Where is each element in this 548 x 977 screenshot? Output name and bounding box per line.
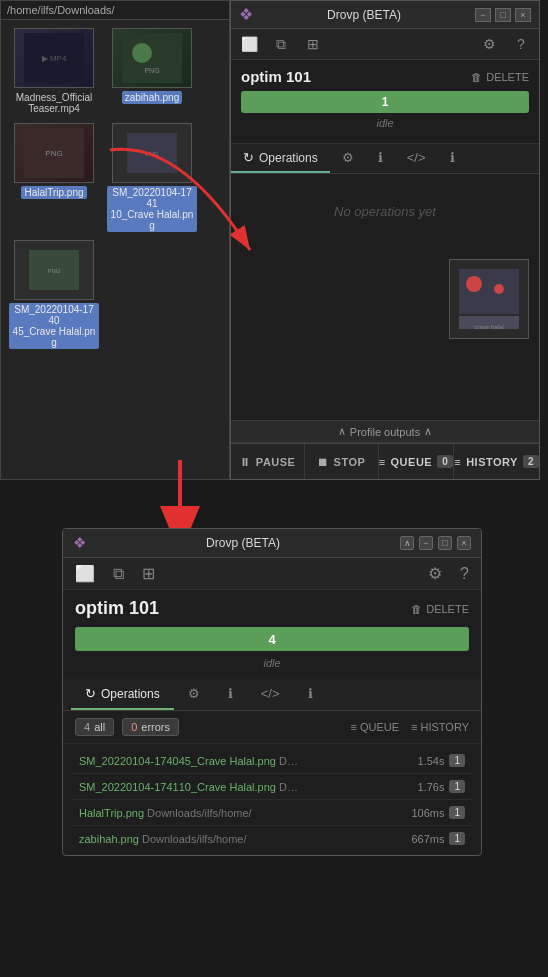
empty-ops-message: No operations yet: [231, 174, 539, 249]
progress-bar: 1: [241, 91, 529, 113]
operations-list: SM_20220104-174045_Crave Halal.png D… 1.…: [63, 744, 481, 855]
bottom-logo-icon: ❖: [73, 534, 86, 552]
op-path: D…: [279, 755, 298, 767]
bottom-minimize-button[interactable]: ∧: [400, 536, 414, 550]
table-row[interactable]: zabihah.png Downloads/ilfs/home/ 667ms 1: [71, 826, 473, 851]
tab-info[interactable]: ℹ: [366, 144, 395, 173]
svg-text:▶ MP4: ▶ MP4: [42, 54, 67, 63]
filter-row: 4 all 0 errors ≡ QUEUE ≡ HISTORY: [63, 711, 481, 744]
table-row[interactable]: HalalTrip.png Downloads/ilfs/home/ 106ms…: [71, 800, 473, 826]
stop-icon: ⏹: [317, 456, 329, 468]
drovp-window-top: ❖ Drovp (BETA) − □ × ⬜ ⧉ ⊞ ⚙ ? optim 101…: [230, 0, 540, 480]
filter-errors-pill[interactable]: 0 errors: [122, 718, 179, 736]
queue-filter-button[interactable]: ≡ QUEUE: [351, 721, 400, 733]
capture-icon[interactable]: ⬜: [239, 34, 259, 54]
tab-operations[interactable]: ↻ Operations: [231, 144, 330, 173]
list-item[interactable]: PNG HalalTrip.png: [9, 123, 99, 232]
history-button[interactable]: ≡ HISTORY 2: [454, 444, 539, 479]
minimize-button[interactable]: −: [475, 8, 491, 22]
maximize-button[interactable]: □: [495, 8, 511, 22]
bottom-window-title: Drovp (BETA): [86, 536, 400, 550]
window-title: Drovp (BETA): [253, 8, 475, 22]
bottom-plugin-name: optim 101: [75, 598, 159, 619]
file-name: zabihah.png: [122, 91, 183, 104]
bottom-settings-icon[interactable]: ⚙: [428, 564, 442, 583]
pause-button[interactable]: ⏸ PAUSE: [231, 444, 305, 479]
svg-point-16: [466, 276, 482, 292]
bottom-maximize-button[interactable]: □: [438, 536, 452, 550]
file-thumbnail: PNG: [112, 123, 192, 183]
svg-text:PNG: PNG: [45, 149, 62, 158]
op-time: 106ms: [411, 807, 444, 819]
tab-info2[interactable]: ℹ: [438, 144, 467, 173]
file-name: HalalTrip.png: [21, 186, 86, 199]
table-row[interactable]: SM_20220104-174045_Crave Halal.png D… 1.…: [71, 748, 473, 774]
file-name: SM_20220104-174110_Crave Halal.png: [107, 186, 197, 232]
op-time: 1.76s: [418, 781, 445, 793]
list-item[interactable]: PNG SM_20220104-174110_Crave Halal.png: [107, 123, 197, 232]
bottom-close-button[interactable]: ×: [457, 536, 471, 550]
bottom-plugin-header: optim 101 🗑 DELETE: [63, 590, 481, 627]
plugin-card: optim 101 🗑 DELETE 1 idle: [231, 60, 539, 144]
drovp-window-bottom: ❖ Drovp (BETA) ∧ − □ × ⬜ ⧉ ⊞ ⚙ ? optim 1…: [62, 528, 482, 856]
op-path: Downloads/ilfs/home/: [147, 807, 252, 819]
bottom-layers-icon[interactable]: ⧉: [113, 565, 124, 583]
settings-tab-icon: ⚙: [342, 150, 354, 165]
errors-count: 0: [131, 721, 137, 733]
bottom-delete-button[interactable]: 🗑 DELETE: [411, 603, 469, 615]
code-tab-icon: </>: [407, 150, 426, 165]
grid-icon[interactable]: ⊞: [303, 34, 323, 54]
tab-settings[interactable]: ⚙: [330, 144, 366, 173]
bottom-tab-info2[interactable]: ℹ: [294, 679, 327, 710]
status-text: idle: [241, 117, 529, 129]
filter-all-pill[interactable]: 4 all: [75, 718, 114, 736]
op-name: HalalTrip.png: [79, 807, 147, 819]
history-count: 2: [523, 455, 539, 468]
table-row[interactable]: SM_20220104-174110_Crave Halal.png D… 1.…: [71, 774, 473, 800]
drop-image: crave halal: [449, 259, 529, 339]
tab-code[interactable]: </>: [395, 144, 438, 173]
chevron-up2-icon: ∧: [424, 425, 432, 438]
bottom-code-tab-icon: </>: [261, 686, 280, 701]
bottom-delete-label: DELETE: [426, 603, 469, 615]
tab-bar: ↻ Operations ⚙ ℹ </> ℹ: [231, 144, 539, 174]
bottom-settings-tab-icon: ⚙: [188, 686, 200, 701]
profile-outputs-bar[interactable]: ∧ Profile outputs ∧: [231, 420, 539, 443]
tab-operations-label: Operations: [259, 151, 318, 165]
stop-label: STOP: [334, 456, 366, 468]
bottom-restore-button[interactable]: −: [419, 536, 433, 550]
file-thumbnail: PNG: [14, 123, 94, 183]
queue-icon: ≡: [379, 456, 386, 468]
bottom-grid-icon[interactable]: ⊞: [142, 564, 155, 583]
op-badge: 1: [449, 754, 465, 767]
bottom-logo: ❖: [73, 534, 86, 552]
op-filename: SM_20220104-174045_Crave Halal.png D…: [79, 755, 410, 767]
queue-count: 0: [437, 455, 453, 468]
all-count: 4: [84, 721, 90, 733]
settings-toolbar-icon[interactable]: ⚙: [479, 34, 499, 54]
svg-point-17: [494, 284, 504, 294]
profile-outputs-label: Profile outputs: [350, 426, 420, 438]
delete-button[interactable]: 🗑 DELETE: [471, 71, 529, 83]
close-button[interactable]: ×: [515, 8, 531, 22]
bottom-capture-icon[interactable]: ⬜: [75, 564, 95, 583]
bottom-tab-ops-label: Operations: [101, 687, 160, 701]
queue-button[interactable]: ≡ QUEUE 0: [379, 444, 455, 479]
bottom-help-icon[interactable]: ?: [460, 565, 469, 583]
bottom-tab-operations[interactable]: ↻ Operations: [71, 679, 174, 710]
layers-icon[interactable]: ⧉: [271, 34, 291, 54]
list-item[interactable]: PNG zabihah.png: [107, 28, 197, 115]
help-icon[interactable]: ?: [511, 34, 531, 54]
chevron-up-icon: ∧: [338, 425, 346, 438]
bottom-tab-code[interactable]: </>: [247, 679, 294, 710]
plugin-header: optim 101 🗑 DELETE: [241, 68, 529, 85]
list-item[interactable]: ▶ MP4 Madness_OfficialTeaser.mp4: [9, 28, 99, 115]
stop-button[interactable]: ⏹ STOP: [305, 444, 379, 479]
bottom-action-bar: ⏸ PAUSE ⏹ STOP ≡ QUEUE 0 ≡ HISTORY 2: [231, 443, 539, 479]
bottom-tab-settings[interactable]: ⚙: [174, 679, 214, 710]
top-toolbar: ⬜ ⧉ ⊞ ⚙ ?: [231, 29, 539, 60]
history-filter-button[interactable]: ≡ HISTORY: [411, 721, 469, 733]
bottom-tab-bar: ↻ Operations ⚙ ℹ </> ℹ: [63, 679, 481, 711]
bottom-tab-info[interactable]: ℹ: [214, 679, 247, 710]
list-item[interactable]: PNG SM_20220104-174045_Crave Halal.png: [9, 240, 99, 349]
